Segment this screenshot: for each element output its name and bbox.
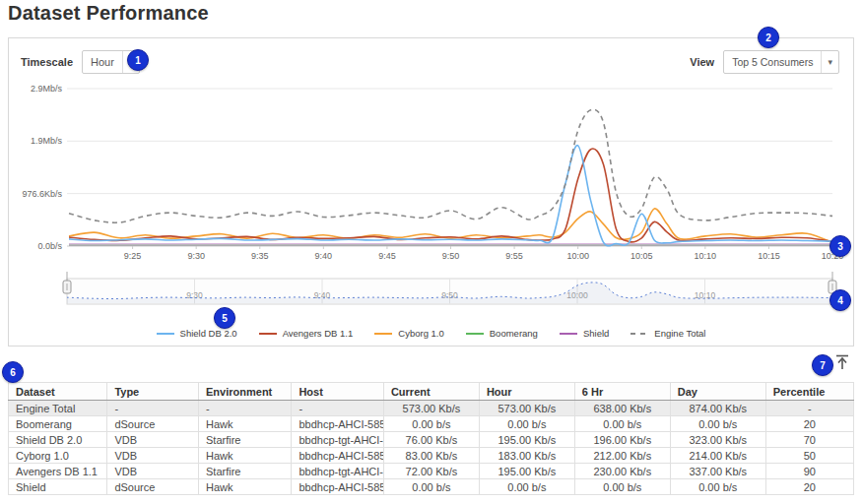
callout-badge-6: 6 (2, 361, 24, 383)
cell-day: 323.00 Kb/s (670, 432, 765, 448)
column-header-percentile[interactable]: Percentile (765, 383, 853, 401)
view-label: View (690, 56, 714, 68)
cell-environment: Hawk (199, 479, 292, 495)
cell-percentile: 50 (765, 448, 853, 464)
column-header-day[interactable]: Day (670, 383, 765, 401)
timescale-control: Timescale Hour ▾ (21, 50, 140, 74)
legend-item-cyborg-1-0[interactable]: Cyborg 1.0 (374, 328, 443, 339)
legend-label: Avengers DB 1.1 (283, 328, 354, 339)
cell-hour: 0.00 b/s (479, 416, 574, 432)
table-header-row: DatasetTypeEnvironmentHostCurrentHour6 H… (9, 383, 854, 401)
cell-host: bbdhcp-AHCI-585... (292, 448, 384, 464)
dataset-table: DatasetTypeEnvironmentHostCurrentHour6 H… (8, 382, 854, 495)
column-header-current[interactable]: Current (383, 383, 479, 401)
dataset-link[interactable]: Shield DB 2.0 (9, 432, 107, 448)
page-title: Dataset Performance (8, 2, 209, 25)
cell-host: bbdhcp-tgt-AHCI-... (292, 432, 384, 448)
legend-swatch (560, 333, 577, 335)
cell-environment: Hawk (199, 416, 292, 432)
callout-badge-7: 7 (812, 354, 833, 376)
table-row-avengers-db-1-1: Avengers DB 1.1VDBStarfirebbdhcp-tgt-AHC… (9, 464, 854, 479)
cell-host: - (292, 401, 384, 416)
cell-hour: 183.00 Kb/s (479, 448, 574, 464)
cell-environment: Starfire (199, 464, 292, 479)
chart-panel: Timescale Hour ▾ View Top 5 Consumers ▾ … (8, 37, 854, 346)
dataset-performance-page: Dataset Performance Timescale Hour ▾ Vie… (0, 0, 862, 504)
cell-type: VDB (107, 464, 199, 479)
cell-type: - (107, 401, 199, 416)
cell-dataset: Engine Total (9, 401, 107, 416)
column-header-hour[interactable]: Hour (479, 383, 574, 401)
cell-environment: Starfire (199, 432, 292, 448)
legend-item-shield-db-2-0[interactable]: Shield DB 2.0 (157, 328, 237, 339)
cell-six_hr: 0.00 b/s (574, 479, 670, 495)
legend-swatch (259, 333, 277, 335)
timescale-selected-value: Hour (83, 56, 122, 68)
dataset-link[interactable]: Cyborg 1.0 (9, 448, 107, 464)
column-header-type[interactable]: Type (107, 383, 199, 401)
timescale-label: Timescale (21, 56, 73, 68)
cell-current: 83.00 Kb/s (383, 448, 479, 464)
view-dropdown[interactable]: Top 5 Consumers ▾ (723, 50, 839, 74)
callout-badge-5: 5 (214, 307, 235, 329)
view-selected-value: Top 5 Consumers (724, 56, 821, 68)
cell-host: bbdhcp-AHCI-585... (292, 416, 384, 432)
legend-item-engine-total[interactable]: Engine Total (630, 328, 705, 339)
chart-legend: Shield DB 2.0Avengers DB 1.1Cyborg 1.0Bo… (9, 328, 853, 339)
cell-current: 76.00 Kb/s (383, 432, 479, 448)
legend-label: Cyborg 1.0 (398, 328, 443, 339)
cell-percentile: - (765, 401, 853, 416)
cell-type: dSource (107, 479, 199, 495)
legend-label: Shield DB 2.0 (180, 328, 237, 339)
column-header-six_hr[interactable]: 6 Hr (574, 383, 670, 401)
callout-badge-3: 3 (829, 235, 851, 257)
legend-swatch (157, 333, 174, 335)
cell-type: dSource (107, 416, 199, 432)
cell-six_hr: 638.00 Kb/s (574, 401, 670, 416)
cell-percentile: 90 (765, 464, 853, 479)
column-header-environment[interactable]: Environment (199, 383, 292, 401)
cell-host: bbdhcp-AHCI-585... (292, 479, 384, 495)
cell-day: 0.00 b/s (670, 479, 765, 495)
legend-item-avengers-db-1-1[interactable]: Avengers DB 1.1 (259, 328, 354, 339)
table-row-boomerang: BoomerangdSourceHawkbbdhcp-AHCI-585...0.… (9, 416, 854, 432)
cell-hour: 195.00 Kb/s (479, 464, 574, 479)
legend-item-shield[interactable]: Shield (560, 328, 609, 339)
cell-day: 0.00 b/s (670, 416, 765, 432)
cell-day: 214.00 Kb/s (670, 448, 765, 464)
dataset-link[interactable]: Boomerang (9, 416, 107, 432)
cell-current: 72.00 Kb/s (383, 464, 479, 479)
cell-current: 0.00 b/s (383, 479, 479, 495)
legend-swatch (374, 333, 392, 335)
view-control: View Top 5 Consumers ▾ (690, 50, 839, 74)
legend-label: Shield (583, 328, 609, 339)
callout-badge-4: 4 (829, 289, 851, 311)
table-row-cyborg-1-0: Cyborg 1.0VDBHawkbbdhcp-AHCI-585...83.00… (9, 448, 854, 464)
chevron-down-icon[interactable]: ▾ (822, 57, 838, 67)
export-icon[interactable] (832, 352, 852, 372)
cell-environment: - (199, 401, 292, 416)
column-header-dataset[interactable]: Dataset (9, 383, 107, 401)
cell-percentile: 20 (765, 416, 853, 432)
legend-swatch (466, 333, 484, 335)
dataset-link[interactable]: Avengers DB 1.1 (9, 464, 107, 479)
cell-day: 874.00 Kb/s (670, 401, 765, 416)
cell-percentile: 20 (765, 479, 853, 495)
cell-host: bbdhcp-tgt-AHCI-... (292, 464, 384, 479)
callout-badge-2: 2 (758, 27, 779, 48)
cell-current: 0.00 b/s (383, 416, 479, 432)
cell-percentile: 70 (765, 432, 853, 448)
cell-six_hr: 212.00 Kb/s (574, 448, 670, 464)
legend-label: Engine Total (654, 328, 705, 339)
column-header-host[interactable]: Host (292, 383, 384, 401)
cell-hour: 0.00 b/s (479, 479, 574, 495)
callout-badge-1: 1 (127, 49, 149, 71)
legend-item-boomerang[interactable]: Boomerang (466, 328, 538, 339)
table-row-engine-total: Engine Total---573.00 Kb/s573.00 Kb/s638… (9, 401, 854, 416)
table-row-shield-db-2-0: Shield DB 2.0VDBStarfirebbdhcp-tgt-AHCI-… (9, 432, 854, 448)
cell-six_hr: 0.00 b/s (574, 416, 670, 432)
cell-hour: 195.00 Kb/s (479, 432, 574, 448)
cell-hour: 573.00 Kb/s (479, 401, 574, 416)
dataset-link[interactable]: Shield (9, 479, 107, 495)
cell-day: 337.00 Kb/s (670, 464, 765, 479)
